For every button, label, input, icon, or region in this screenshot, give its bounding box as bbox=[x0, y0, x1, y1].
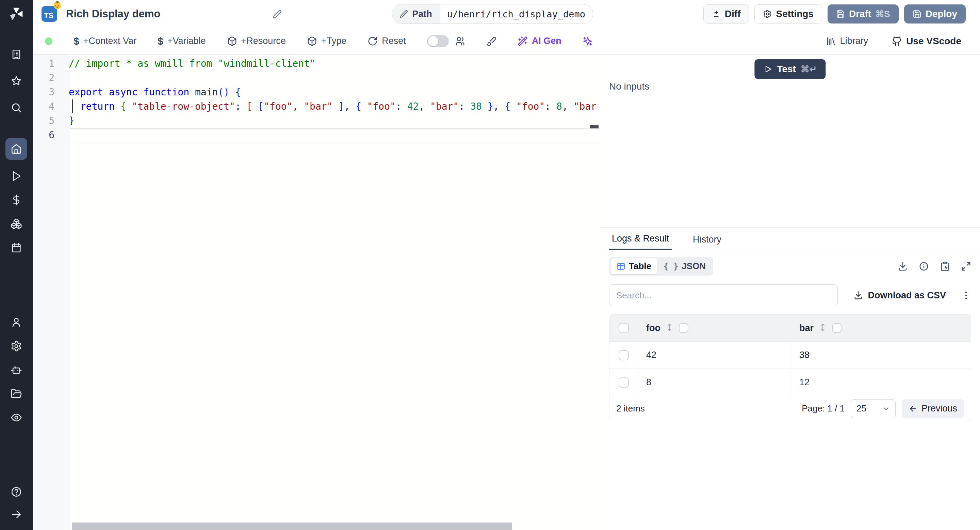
view-toggle-json[interactable]: { } JSON bbox=[657, 258, 712, 274]
search-icon[interactable] bbox=[9, 100, 24, 115]
select-all-checkbox[interactable] bbox=[619, 323, 629, 333]
collab-toggle[interactable] bbox=[427, 35, 449, 47]
sidebar-item-workers[interactable] bbox=[9, 362, 24, 377]
result-search-input[interactable] bbox=[609, 284, 838, 306]
code-token bbox=[126, 101, 132, 112]
reset-button[interactable]: Reset bbox=[368, 36, 406, 46]
favorites-star-icon[interactable] bbox=[9, 73, 24, 89]
view-toggle-table[interactable]: Table bbox=[611, 258, 657, 274]
result-table: foobar 4238812 2 items Page: 1 / 1 25 bbox=[609, 314, 971, 421]
braces-icon: { } bbox=[663, 262, 678, 271]
download-result-icon[interactable] bbox=[898, 261, 908, 271]
use-vscode-label: Use VScode bbox=[906, 36, 961, 47]
editor-horizontal-scrollbar[interactable] bbox=[72, 522, 512, 530]
expand-sidebar-icon[interactable] bbox=[9, 507, 24, 522]
library-button[interactable]: Library bbox=[826, 36, 869, 46]
script-emoji: 👶 bbox=[50, 2, 62, 11]
pencil-icon bbox=[400, 10, 408, 18]
code-token bbox=[333, 101, 339, 112]
editor-code-area[interactable]: 1// import * as wmill from "windmill-cli… bbox=[33, 57, 600, 142]
add-variable-button[interactable]: $ +Variable bbox=[158, 35, 206, 47]
row-checkbox[interactable] bbox=[619, 377, 629, 388]
help-icon[interactable] bbox=[9, 484, 24, 499]
column-toggle-checkbox[interactable] bbox=[679, 323, 688, 333]
column-toggle-checkbox[interactable] bbox=[832, 323, 842, 333]
code-token bbox=[229, 86, 235, 98]
tab-logs-result[interactable]: Logs & Result bbox=[609, 233, 672, 250]
users-icon[interactable] bbox=[455, 36, 465, 46]
code-token bbox=[361, 101, 367, 112]
copy-to-clipboard-icon[interactable] bbox=[940, 261, 950, 271]
windmill-logo[interactable] bbox=[0, 0, 33, 28]
code-line[interactable]: 3export async function main() { bbox=[33, 85, 600, 99]
download-csv-button[interactable]: Download as CSV bbox=[853, 290, 946, 301]
table-row[interactable]: 812 bbox=[609, 369, 971, 396]
ai-gen-button[interactable]: AI Gen bbox=[517, 36, 562, 46]
editor-toolbar: $ +Context Var $ +Variable +Resource +Ty… bbox=[33, 28, 980, 54]
sort-column-icon[interactable] bbox=[665, 323, 674, 333]
sidebar-divider bbox=[0, 129, 33, 129]
sort-column-icon[interactable] bbox=[818, 323, 827, 333]
code-token: "foo" bbox=[516, 101, 545, 112]
editor-overview-ruler-mark bbox=[590, 125, 598, 128]
tab-history[interactable]: History bbox=[690, 234, 724, 250]
table-options-menu[interactable] bbox=[961, 290, 971, 300]
save-icon bbox=[836, 10, 845, 18]
table-row[interactable]: 4238 bbox=[609, 341, 971, 369]
code-editor[interactable]: 1// import * as wmill from "windmill-cli… bbox=[33, 54, 600, 530]
sidebar-item-runs[interactable] bbox=[9, 169, 24, 184]
edit-summary-button[interactable] bbox=[272, 10, 282, 19]
sidebar-item-schedules[interactable] bbox=[9, 240, 24, 255]
sidebar-item-settings[interactable] bbox=[9, 338, 24, 354]
sidebar-item-home[interactable] bbox=[5, 138, 27, 160]
format-button[interactable] bbox=[486, 36, 496, 46]
code-token: 42 bbox=[407, 101, 419, 112]
page-indicator: Page: 1 / 1 bbox=[802, 403, 845, 414]
settings-button[interactable]: Settings bbox=[754, 5, 822, 24]
draft-button[interactable]: Draft ⌘S bbox=[827, 5, 899, 24]
info-icon[interactable] bbox=[919, 261, 929, 271]
expand-fullscreen-icon[interactable] bbox=[961, 261, 971, 271]
code-token: , bbox=[418, 101, 430, 112]
sidebar-item-resources[interactable] bbox=[9, 216, 24, 231]
code-token bbox=[115, 101, 121, 112]
download-icon bbox=[853, 291, 863, 300]
code-token: } bbox=[69, 115, 75, 126]
ai-sparkles-button[interactable] bbox=[582, 36, 593, 46]
use-vscode-button[interactable]: Use VScode bbox=[892, 36, 961, 47]
sidebar-item-folders[interactable] bbox=[9, 386, 24, 401]
path-value: u/henri/rich_display_demo bbox=[440, 9, 593, 19]
code-line[interactable]: 1// import * as wmill from "windmill-cli… bbox=[33, 57, 600, 71]
previous-page-button[interactable]: Previous bbox=[902, 399, 964, 418]
left-sidebar bbox=[0, 0, 33, 530]
sidebar-item-audit-logs[interactable] bbox=[9, 410, 24, 425]
test-button[interactable]: Test ⌘↵ bbox=[754, 59, 826, 79]
code-token: [ bbox=[258, 101, 264, 112]
deploy-button[interactable]: Deploy bbox=[904, 5, 966, 24]
add-context-var-button[interactable]: $ +Context Var bbox=[73, 35, 137, 47]
sidebar-item-users[interactable] bbox=[9, 315, 24, 330]
table-column-header: foo bbox=[638, 323, 791, 334]
code-token: { bbox=[504, 101, 511, 112]
code-line[interactable]: 2 bbox=[33, 71, 600, 85]
code-token bbox=[103, 86, 109, 98]
type-label: +Type bbox=[321, 36, 347, 46]
diff-button[interactable]: Diff bbox=[703, 5, 749, 24]
code-token: { bbox=[235, 86, 241, 98]
add-type-button[interactable]: +Type bbox=[307, 36, 347, 46]
diff-icon bbox=[712, 10, 721, 18]
page-size-select[interactable]: 25 bbox=[851, 399, 896, 418]
workspace-icon[interactable] bbox=[9, 47, 24, 62]
code-line[interactable]: 4 return { "table-row-object": [ ["foo",… bbox=[33, 99, 600, 114]
sidebar-item-variables[interactable] bbox=[9, 192, 24, 208]
run-section: Test ⌘↵ No inputs bbox=[600, 54, 980, 228]
add-resource-button[interactable]: +Resource bbox=[227, 36, 286, 46]
code-line[interactable]: 6 bbox=[33, 128, 600, 142]
path-pill[interactable]: Path u/henri/rich_display_demo bbox=[392, 4, 593, 24]
no-inputs-text: No inputs bbox=[609, 81, 649, 92]
path-edit-section[interactable]: Path bbox=[392, 5, 440, 24]
main-area: TS 👶 Rich Display demo Path u/henri/rich… bbox=[33, 0, 980, 530]
typescript-badge[interactable]: TS 👶 bbox=[41, 6, 57, 22]
row-checkbox[interactable] bbox=[619, 350, 629, 360]
code-line[interactable]: 5} bbox=[33, 114, 600, 128]
